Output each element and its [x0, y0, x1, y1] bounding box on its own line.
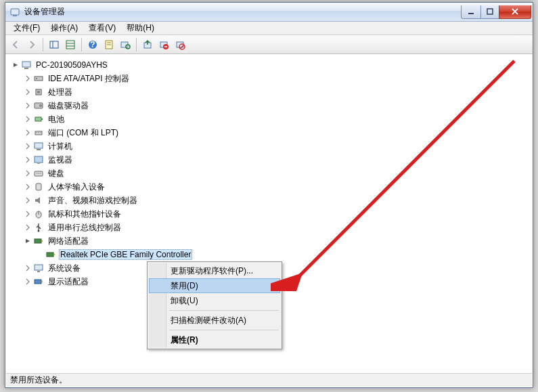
svg-point-34 [36, 132, 37, 133]
tree-item-network[interactable]: 网络适配器 [6, 234, 532, 248]
tree-item-label: 通用串行总线控制器 [47, 221, 122, 234]
tree-item-hid[interactable]: 人体学输入设备 [6, 180, 532, 194]
battery-icon [33, 114, 44, 125]
tree-item-label: IDE ATA/ATAPI 控制器 [47, 72, 131, 85]
expand-icon[interactable] [24, 156, 32, 164]
svg-rect-53 [35, 280, 41, 284]
menu-action[interactable]: 操作(A) [45, 21, 83, 35]
computer-icon [21, 60, 32, 70]
tree-item-label: 键盘 [47, 167, 66, 180]
expand-icon[interactable] [24, 74, 32, 83]
collapse-icon[interactable] [12, 61, 20, 69]
view-button[interactable] [63, 37, 78, 52]
expand-icon[interactable] [24, 278, 32, 286]
toolbar-separator [81, 38, 82, 51]
monitor-icon [33, 154, 44, 165]
menu-help[interactable]: 帮助(H) [121, 21, 160, 35]
expand-icon[interactable] [24, 183, 32, 191]
svg-rect-47 [35, 239, 41, 243]
svg-rect-6 [66, 41, 74, 49]
tree-item-battery[interactable]: 电池 [6, 112, 532, 126]
back-button[interactable] [8, 37, 23, 52]
update-driver-button[interactable] [140, 37, 155, 52]
properties-button[interactable] [102, 37, 116, 52]
expand-icon[interactable] [24, 169, 32, 177]
tree-item-computer[interactable]: 计算机 [6, 139, 532, 153]
menu-disable[interactable]: 禁用(D) [149, 278, 280, 293]
tree-item-ide[interactable]: IDE ATA/ATAPI 控制器 [6, 72, 532, 85]
expand-icon[interactable] [24, 223, 32, 232]
network-adapter-icon [45, 249, 56, 260]
mouse-icon [33, 209, 44, 219]
tree-item-label: Realtek PCIe GBE Family Controller [59, 249, 192, 260]
expand-icon[interactable] [24, 115, 32, 123]
titlebar[interactable]: 设备管理器 [5, 3, 533, 22]
svg-rect-0 [11, 9, 19, 15]
show-hide-tree-button[interactable] [47, 37, 62, 52]
collapse-icon[interactable] [24, 237, 32, 245]
expand-icon[interactable] [24, 142, 32, 150]
svg-rect-48 [41, 240, 43, 242]
help-button[interactable]: ? [85, 37, 100, 52]
disable-button[interactable] [173, 37, 187, 52]
tree-item-disk[interactable]: 磁盘驱动器 [6, 99, 532, 112]
expand-icon[interactable] [24, 102, 32, 110]
svg-rect-40 [37, 163, 40, 164]
window-buttons [462, 5, 531, 19]
status-text: 禁用所选设备。 [10, 374, 67, 386]
svg-rect-28 [37, 91, 40, 93]
close-button[interactable] [499, 5, 531, 19]
scan-hardware-button[interactable] [118, 37, 133, 52]
svg-point-46 [38, 230, 40, 232]
hid-icon [33, 181, 44, 192]
window-title: 设备管理器 [24, 6, 462, 18]
speaker-icon [33, 195, 44, 206]
menu-update-driver[interactable]: 更新驱动程序软件(P)... [149, 263, 280, 278]
tree-item-label: 系统设备 [47, 262, 82, 275]
minimize-button[interactable] [461, 5, 481, 19]
svg-point-35 [38, 132, 39, 133]
context-menu-separator [169, 310, 279, 311]
tree-item-keyboard[interactable]: 键盘 [6, 167, 532, 180]
tree-item-processor[interactable]: 处理器 [6, 85, 532, 99]
uninstall-button[interactable] [156, 37, 171, 52]
tree-item-ports[interactable]: 端口 (COM 和 LPT) [6, 126, 532, 139]
tree-root[interactable]: PC-20190509AYHS [6, 58, 532, 72]
tree-item-label: 人体学输入设备 [47, 181, 106, 194]
svg-point-36 [40, 132, 41, 133]
tree-item-usb[interactable]: 通用串行总线控制器 [6, 221, 532, 234]
tree-item-label: 磁盘驱动器 [47, 100, 90, 112]
expand-icon[interactable] [24, 88, 32, 96]
cpu-icon [33, 87, 44, 97]
tree-item-label: 监视器 [47, 154, 74, 167]
svg-point-30 [39, 104, 42, 107]
forward-button[interactable] [24, 37, 39, 52]
tree-item-mouse[interactable]: 鼠标和其他指针设备 [6, 207, 532, 221]
app-icon [9, 7, 20, 18]
menu-properties[interactable]: 属性(R) [149, 332, 280, 347]
menu-view[interactable]: 查看(V) [83, 21, 121, 35]
expand-icon[interactable] [24, 264, 32, 272]
tree-item-label: 电池 [47, 113, 66, 126]
system-icon [33, 263, 44, 274]
menu-uninstall[interactable]: 卸载(U) [149, 293, 280, 308]
tree-item-label: 声音、视频和游戏控制器 [47, 194, 139, 207]
pc-icon [33, 141, 44, 152]
menu-file[interactable]: 文件(F) [8, 21, 45, 35]
tree-item-label: 显示适配器 [47, 276, 90, 288]
svg-point-26 [36, 78, 37, 79]
svg-rect-37 [35, 143, 43, 148]
tree-item-monitor[interactable]: 监视器 [6, 153, 532, 167]
tree-item-realtek-nic[interactable]: Realtek PCIe GBE Family Controller [6, 248, 532, 261]
tree-item-sound[interactable]: 声音、视频和游戏控制器 [6, 194, 532, 207]
tree-item-label: 鼠标和其他指针设备 [47, 208, 122, 221]
expand-icon[interactable] [24, 196, 32, 204]
display-adapter-icon [33, 276, 44, 287]
expand-icon[interactable] [24, 210, 32, 218]
expand-icon[interactable] [24, 129, 32, 137]
tree-item-label: 网络适配器 [47, 235, 90, 248]
maximize-button[interactable] [480, 5, 499, 19]
svg-rect-1 [13, 16, 17, 16]
menu-scan-hardware[interactable]: 扫描检测硬件改动(A) [149, 313, 280, 328]
context-menu-separator [169, 330, 279, 330]
